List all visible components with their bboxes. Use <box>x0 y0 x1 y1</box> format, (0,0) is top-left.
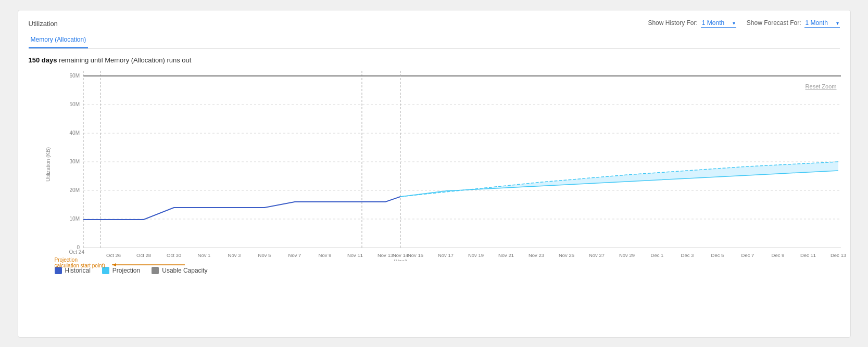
svg-text:50M: 50M <box>69 101 79 107</box>
svg-text:Nov 23: Nov 23 <box>528 252 544 258</box>
svg-text:20M: 20M <box>69 187 79 193</box>
chart-area: Utilization (KB) 60M 50M 40M 30M 20M 10M… <box>55 68 840 261</box>
svg-text:(Now): (Now) <box>394 258 407 261</box>
svg-text:Dec 11: Dec 11 <box>800 252 815 258</box>
projection-fill <box>400 162 838 197</box>
forecast-control: Show Forecast For: 1 Month 1 Week 2 Week… <box>747 19 840 28</box>
tab-memory-allocation[interactable]: Memory (Allocation) <box>29 33 89 48</box>
history-control: Show History For: 1 Month 1 Week 2 Weeks… <box>648 19 736 28</box>
svg-text:Nov 29: Nov 29 <box>619 252 634 258</box>
y-axis-label: Utilization (KB) <box>45 147 51 181</box>
svg-text:Nov 17: Nov 17 <box>437 252 453 258</box>
projection-lower-line <box>400 171 838 197</box>
svg-text:Oct 30: Oct 30 <box>167 252 181 258</box>
svg-text:Nov 21: Nov 21 <box>498 252 513 258</box>
svg-text:Nov 15: Nov 15 <box>407 252 423 258</box>
svg-marker-47 <box>112 263 116 266</box>
svg-text:60M: 60M <box>69 73 79 79</box>
forecast-select[interactable]: 1 Month 1 Week 2 Weeks 3 Months 6 Months <box>804 19 840 28</box>
svg-text:Dec 3: Dec 3 <box>681 252 694 258</box>
svg-text:Dec 13: Dec 13 <box>830 252 846 258</box>
svg-text:Nov 1: Nov 1 <box>197 252 210 258</box>
days-suffix: remaining until Memory (Allocation) runs… <box>57 56 191 64</box>
svg-text:Nov 5: Nov 5 <box>258 252 271 258</box>
svg-text:Nov 3: Nov 3 <box>228 252 241 258</box>
svg-text:Dec 1: Dec 1 <box>650 252 663 258</box>
svg-text:Nov 19: Nov 19 <box>468 252 483 258</box>
svg-text:Nov 13: Nov 13 <box>377 252 393 258</box>
svg-text:Nov 25: Nov 25 <box>558 252 574 258</box>
forecast-label: Show Forecast For: <box>747 19 801 27</box>
top-controls: Show History For: 1 Month 1 Week 2 Weeks… <box>648 19 839 28</box>
svg-text:30M: 30M <box>69 159 79 164</box>
svg-text:Dec 5: Dec 5 <box>711 252 724 258</box>
svg-text:Nov 14: Nov 14 <box>392 252 408 258</box>
svg-text:10M: 10M <box>69 216 79 222</box>
days-count: 150 days <box>29 56 57 64</box>
days-remaining-text: 150 days remaining until Memory (Allocat… <box>29 56 840 64</box>
history-select[interactable]: 1 Month 1 Week 2 Weeks 3 Months 6 Months <box>701 19 736 28</box>
svg-text:Nov 11: Nov 11 <box>347 252 362 258</box>
svg-text:Dec 9: Dec 9 <box>771 252 784 258</box>
svg-text:Dec 7: Dec 7 <box>741 252 754 258</box>
main-chart: 60M 50M 40M 30M 20M 10M 0 <box>55 68 846 261</box>
history-label: Show History For: <box>648 19 697 27</box>
projection-arrow <box>112 261 195 268</box>
oct24-annotation: Oct 24 Projectioncalculation start point… <box>55 249 105 268</box>
projection-calc-label: Projectioncalculation start point) <box>55 257 105 268</box>
svg-text:40M: 40M <box>69 130 79 136</box>
svg-text:Oct 26: Oct 26 <box>106 252 121 258</box>
historical-line <box>83 197 400 220</box>
svg-text:Oct 28: Oct 28 <box>136 252 151 258</box>
tab-bar: Memory (Allocation) <box>29 33 840 49</box>
svg-text:Nov 7: Nov 7 <box>288 252 301 258</box>
oct24-date: Oct 24 <box>69 249 105 255</box>
svg-text:Nov 9: Nov 9 <box>318 252 331 258</box>
utilization-card: Utilization Show History For: 1 Month 1 … <box>18 10 851 338</box>
svg-text:Nov 27: Nov 27 <box>588 252 604 258</box>
